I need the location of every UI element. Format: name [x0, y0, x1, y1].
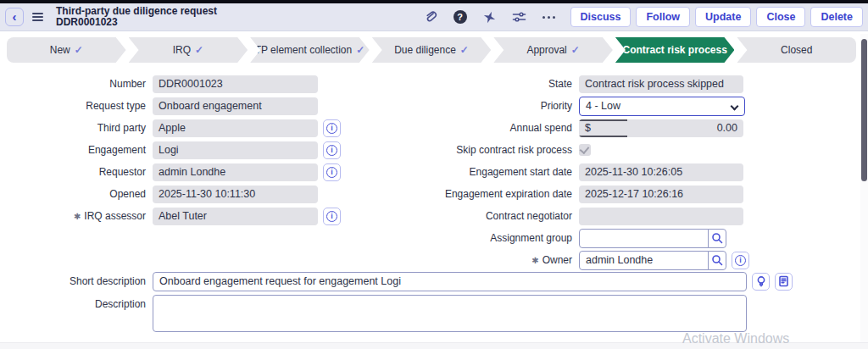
skip-contract-risk-process-checkbox — [579, 144, 591, 156]
mandatory-icon: ✱ — [531, 256, 538, 265]
requestor-field: admin Londhe — [153, 163, 318, 181]
update-button[interactable]: Update — [695, 7, 751, 27]
form-row: Requestor admin Londhe — [7, 161, 341, 183]
info-icon — [735, 255, 746, 266]
info-icon — [326, 123, 337, 134]
stage-closed[interactable]: Closed — [737, 37, 856, 63]
contract-negotiator-label: Contract negotiator — [434, 210, 572, 222]
stage-label: Due diligence — [394, 44, 456, 56]
form-row: Description — [7, 295, 804, 319]
chevron-down-icon — [731, 102, 739, 110]
stage-label: New — [50, 44, 70, 56]
help-icon[interactable]: ? — [453, 9, 468, 25]
form-row: Annual spend $ 0.00 — [434, 117, 749, 139]
state-field: Contract risk process skipped — [579, 75, 743, 93]
more-options-icon[interactable] — [542, 9, 557, 25]
stage-contract-risk-process[interactable]: Contract risk process — [615, 37, 735, 63]
form-row: Engagement expiration date 2025-12-17 10… — [434, 183, 749, 205]
contract-negotiator-field — [579, 208, 743, 225]
form-row: Third party Apple — [7, 117, 341, 139]
form-body: Number DDR0001023 Request type Onboard e… — [0, 63, 868, 349]
short-description-label: Short description — [7, 275, 146, 287]
engagement-start-date-field: 2025-11-30 10:26:05 — [579, 163, 743, 181]
stage-label: Approval — [526, 44, 566, 56]
engagement-start-date-label: Engagement start date — [434, 166, 572, 178]
requestor-label: Requestor — [7, 166, 146, 178]
personalize-form-icon[interactable] — [512, 9, 527, 25]
form-row: Short description — [7, 269, 804, 293]
currency-symbol: $ — [579, 119, 627, 137]
third-party-field: Apple — [153, 119, 318, 137]
annual-spend-value: 0.00 — [627, 122, 743, 134]
skip-contract-risk-process-label: Skip contract risk process — [434, 144, 572, 156]
form-row: Request type Onboard engagement — [7, 95, 341, 117]
stage-check-icon — [75, 44, 83, 56]
stage-label: IRQ — [173, 44, 191, 56]
discuss-button[interactable]: Discuss — [570, 7, 632, 27]
knowledge-button[interactable] — [775, 273, 793, 291]
owner-input[interactable] — [579, 251, 709, 270]
form-row: Number DDR0001023 — [7, 73, 341, 95]
close-button[interactable]: Close — [756, 7, 805, 27]
irq-assessor-preview-button[interactable] — [323, 208, 341, 225]
stage-check-icon — [460, 44, 469, 56]
engagement-expiration-date-field: 2025-12-17 10:26:16 — [579, 186, 743, 203]
opened-field: 2025-11-30 10:11:30 — [153, 186, 318, 203]
engagement-preview-button[interactable] — [323, 141, 341, 159]
stage-new[interactable]: New — [7, 37, 126, 63]
info-icon — [326, 211, 337, 222]
context-menu-icon[interactable] — [32, 11, 46, 23]
activity-stream-icon[interactable] — [482, 9, 498, 25]
priority-select[interactable]: 4 - Low — [579, 97, 745, 116]
assignment-group-search-button[interactable] — [708, 229, 726, 248]
form-row: Engagement Logi — [7, 139, 341, 161]
vertical-scrollbar[interactable] — [860, 34, 868, 349]
stage-label: Closed — [781, 44, 812, 56]
form-row: Contract negotiator — [434, 205, 749, 227]
owner-preview-button[interactable] — [732, 252, 749, 269]
assignment-group-label: Assignment group — [434, 232, 572, 244]
delete-button[interactable]: Delete — [810, 7, 863, 27]
description-textarea[interactable] — [153, 295, 747, 332]
stage-approval[interactable]: Approval — [493, 37, 613, 63]
form-row: Opened 2025-11-30 10:11:30 — [7, 183, 341, 205]
scrollbar-thumb[interactable] — [861, 39, 867, 181]
requestor-preview-button[interactable] — [323, 163, 341, 181]
form-row: Skip contract risk process — [434, 139, 749, 161]
irq-assessor-field: Abel Tuter — [153, 208, 318, 225]
follow-button[interactable]: Follow — [636, 7, 690, 27]
request-type-label: Request type — [7, 100, 146, 112]
record-number-title: DDR0001023 — [56, 17, 217, 28]
form-row: State Contract risk process skipped — [434, 73, 749, 95]
info-icon — [326, 145, 337, 156]
stage-due-diligence[interactable]: Due diligence — [372, 37, 492, 63]
suggestion-button[interactable] — [752, 273, 770, 291]
stage-check-icon — [571, 44, 580, 56]
form-row: ✱IRQ assessor Abel Tuter — [7, 205, 341, 227]
process-flow-bar: New IRQ TP element collection Due dilige… — [7, 37, 856, 63]
stage-label: TP element collection — [255, 44, 353, 56]
form-row: Priority 4 - Low — [434, 95, 749, 117]
form-row: ✱Owner — [434, 249, 749, 271]
third-party-preview-button[interactable] — [323, 119, 341, 137]
activate-windows-watermark: Activate Windows — [682, 331, 789, 346]
owner-label: ✱Owner — [434, 254, 572, 266]
annual-spend-field: $ 0.00 — [579, 119, 743, 137]
engagement-expiration-date-label: Engagement expiration date — [434, 188, 572, 200]
opened-label: Opened — [7, 188, 146, 200]
stage-tp-element-collection[interactable]: TP element collection — [250, 37, 370, 63]
state-label: State — [434, 78, 572, 90]
owner-search-button[interactable] — [708, 251, 726, 270]
engagement-field: Logi — [153, 141, 318, 159]
attachment-icon[interactable] — [423, 9, 438, 25]
assignment-group-input[interactable] — [579, 229, 709, 248]
stage-label: Contract risk process — [622, 44, 726, 56]
page-title: Third-party due diligence request DDR000… — [56, 6, 217, 28]
form-row: Engagement start date 2025-11-30 10:26:0… — [434, 161, 749, 183]
back-button[interactable]: ‹ — [5, 8, 24, 26]
short-description-input[interactable] — [153, 272, 747, 291]
stage-check-icon — [195, 44, 203, 56]
request-type-field: Onboard engagement — [153, 97, 318, 115]
description-label: Description — [7, 298, 146, 310]
stage-irq[interactable]: IRQ — [129, 37, 248, 63]
